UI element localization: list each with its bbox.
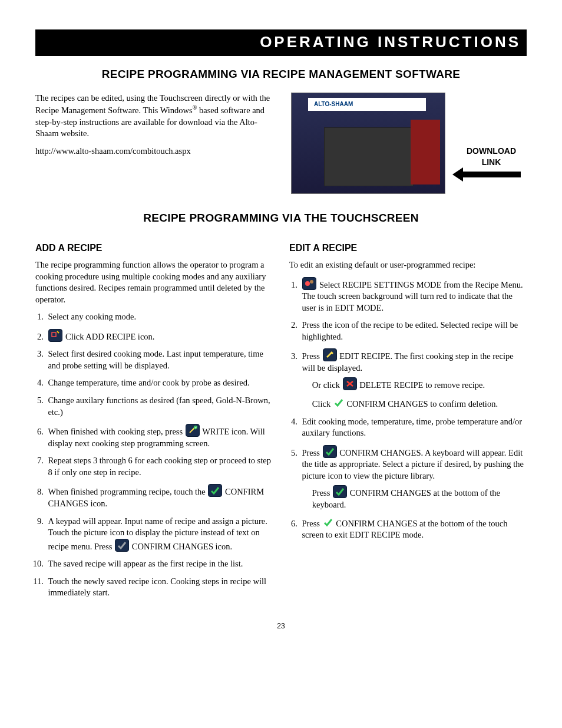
delete-recipe-icon [343, 377, 357, 390]
add-step-9: A keypad will appear. Input name of reci… [45, 516, 273, 553]
add-intro: The recipe programming function allows t… [35, 259, 273, 305]
edit-step-3: Press EDIT RECIPE. The first cooking ste… [299, 348, 527, 410]
edit-recipe-icon [323, 348, 337, 361]
confirm-changes-icon [323, 517, 333, 528]
edit-steps: Select RECIPE SETTINGS MODE from the Rec… [289, 277, 527, 541]
svg-point-1 [305, 281, 310, 286]
download-link-callout: DOWNLOAD LINK [456, 93, 527, 177]
confirm-changes-icon [115, 539, 129, 552]
edit-step-3-or: Or click DELETE RECIPE to remove recipe. [302, 377, 527, 391]
confirm-changes-icon [333, 485, 347, 498]
write-icon [186, 424, 200, 437]
edit-step-5: Press CONFIRM CHANGES. A keyboard will a… [299, 445, 527, 511]
page-banner: OPERATING INSTRUCTIONS [35, 29, 527, 56]
add-step-4: Change temperature, time and/or cook by … [45, 377, 273, 389]
intro-text: The recipes can be edited, using the Tou… [35, 93, 280, 163]
add-recipe-icon [48, 329, 62, 342]
svg-point-0 [194, 426, 197, 429]
edit-step-4: Edit cooking mode, temperature, time, pr… [299, 416, 527, 439]
add-step-8: When finished programming recipe, touch … [45, 484, 273, 509]
add-steps: Select any cooking mode. Click ADD RECIP… [35, 311, 273, 599]
intro-row: The recipes can be edited, using the Tou… [35, 93, 527, 194]
website-screenshot: ALTO-SHAAM [291, 93, 445, 194]
edit-intro: To edit an existing default or user-prog… [289, 259, 527, 271]
add-recipe-heading: ADD A RECIPE [35, 242, 273, 255]
intro-paragraph: The recipes can be edited, using the Tou… [35, 93, 280, 140]
heading-touchscreen: RECIPE PROGRAMMING VIA THE TOUCHSCREEN [35, 210, 527, 226]
add-step-1: Select any cooking mode. [45, 311, 273, 323]
heading-software: RECIPE PROGRAMMING VIA RECIPE MANAGEMENT… [35, 67, 527, 82]
edit-step-5-press: Press CONFIRM CHANGES at the bottom of t… [302, 485, 527, 510]
add-recipe-column: ADD A RECIPE The recipe programming func… [35, 236, 273, 605]
alto-shaam-logo: ALTO-SHAAM [314, 100, 353, 108]
add-step-2: Click ADD RECIPE icon. [45, 329, 273, 343]
page-number: 23 [35, 621, 527, 631]
download-url: http://www.alto-shaam.com/combitouch.asp… [35, 146, 280, 157]
edit-recipe-heading: EDIT A RECIPE [289, 242, 527, 255]
edit-step-1: Select RECIPE SETTINGS MODE from the Rec… [299, 277, 527, 314]
svg-point-2 [310, 280, 313, 284]
confirm-changes-icon [208, 484, 222, 497]
confirm-changes-icon [333, 397, 344, 408]
edit-step-2: Press the icon of the recipe to be edite… [299, 319, 527, 342]
edit-step-6: Press CONFIRM CHANGES at the bottom of t… [299, 517, 527, 541]
add-step-3: Select first desired cooking mode. Last … [45, 348, 273, 371]
add-step-6: When finished with cooking step, press W… [45, 424, 273, 449]
edit-recipe-column: EDIT A RECIPE To edit an existing defaul… [289, 236, 527, 605]
recipe-settings-icon [302, 277, 316, 290]
edit-step-3-confirm: Click CONFIRM CHANGES to confirm deletio… [302, 397, 527, 410]
add-step-5: Change auxilary functions as desired (fa… [45, 395, 273, 418]
add-step-10: The saved recipe will appear as the firs… [45, 558, 273, 570]
add-step-7: Repeat steps 3 through 6 for each cookin… [45, 455, 273, 478]
arrow-left-icon [462, 172, 521, 177]
confirm-changes-icon [323, 445, 337, 458]
add-step-11: Touch the newly saved recipe icon. Cooki… [45, 576, 273, 599]
